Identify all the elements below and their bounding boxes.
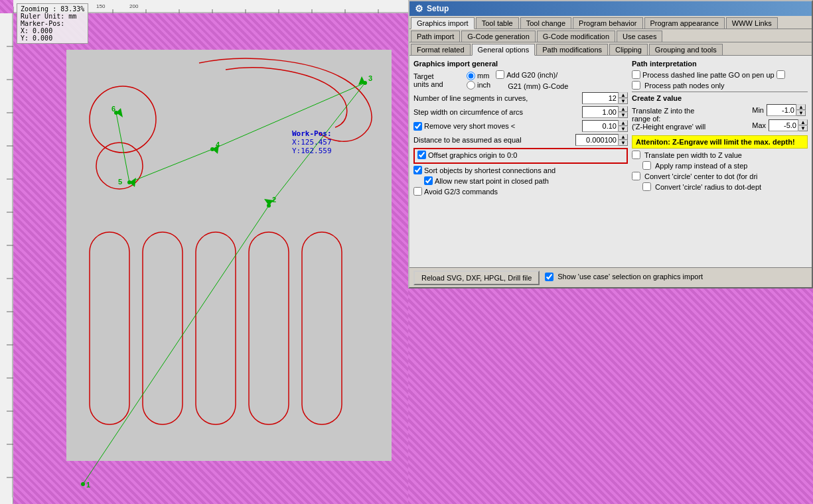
tab-grouping-tools[interactable]: Grouping and tools: [649, 44, 723, 55]
allow-new-start-checkbox-row: Allow new start point in closed path: [424, 176, 628, 185]
show-use-case-row: Show 'use case' selection on graphics im…: [545, 273, 703, 281]
show-use-case-check[interactable]: [545, 273, 554, 281]
translate-z-row: Translate Z into the range of: ('Z-Heigh…: [632, 104, 808, 133]
go-on-pen-up-check[interactable]: [776, 70, 785, 79]
radio-mm[interactable]: [467, 72, 475, 80]
right-panel: Path interpretation Process dashed line …: [632, 60, 808, 271]
tab-graphics-import[interactable]: Graphics import: [411, 17, 475, 29]
line-segments-label: Number of line segments in curves,: [413, 94, 582, 102]
process-dashed-check[interactable]: [632, 70, 640, 79]
avoid-g23-row: Avoid G2/3 commands: [413, 187, 628, 196]
z-min-up[interactable]: ▲: [796, 104, 806, 110]
z-height-engrave: ('Z-Height engrave' will: [632, 123, 752, 131]
tab-tool-table[interactable]: Tool table: [476, 17, 519, 29]
radio-mm-label[interactable]: mm: [467, 72, 490, 80]
avoid-g23-check[interactable]: [413, 187, 422, 196]
z-max-input[interactable]: [769, 119, 798, 131]
step-width-spinner: ▲ ▼: [582, 106, 628, 118]
process-path-nodes-row: Process path nodes only: [632, 81, 808, 90]
tab-clipping[interactable]: Clipping: [609, 44, 648, 55]
svg-text:1: 1: [86, 481, 90, 489]
apply-ramp-check[interactable]: [642, 161, 651, 170]
remove-short-moves-row: Remove very short moves < ▲ ▼: [413, 120, 628, 132]
radio-mm-text: mm: [477, 72, 489, 80]
allow-new-start-check[interactable]: [424, 176, 433, 185]
create-z-title: Create Z value: [632, 94, 808, 102]
apply-ramp-row: Apply ramp instead of a step: [642, 161, 808, 170]
translate-pen-check[interactable]: [632, 151, 640, 159]
convert-circle-radius-label: Convert 'circle' radius to dot-dept: [655, 183, 761, 191]
svg-text:X:125.457: X:125.457: [292, 138, 332, 147]
remove-short-moves-up[interactable]: ▲: [619, 120, 628, 126]
tab-program-behavior[interactable]: Program behavior: [573, 17, 642, 29]
z-min-down[interactable]: ▼: [796, 110, 806, 116]
divider-1: [632, 92, 808, 92]
distance-equal-up[interactable]: ▲: [619, 134, 628, 140]
line-segments-input[interactable]: [582, 92, 619, 104]
tab-gcode-mod[interactable]: G-Code modification: [537, 31, 615, 42]
marker-x: X: 0.000: [21, 27, 84, 34]
allow-new-start-row: Allow new start point in closed path: [424, 176, 628, 185]
sort-objects-check[interactable]: [413, 166, 422, 174]
z-max-down[interactable]: ▼: [798, 125, 808, 131]
process-path-nodes-check[interactable]: [632, 81, 640, 90]
tab-general-options[interactable]: General options: [472, 44, 536, 56]
svg-text:6: 6: [111, 105, 115, 113]
offset-graphics-check[interactable]: [417, 151, 426, 159]
warning-box: Atteniton: Z-Engrave will limit the max.…: [632, 135, 808, 149]
units-radio-group: mm inch: [467, 72, 490, 90]
add-g20-row: Add G20 (inch)/: [496, 70, 568, 79]
reload-button[interactable]: Reload SVG, DXF, HPGL, Drill file: [413, 271, 540, 285]
remove-short-moves-input[interactable]: [582, 120, 619, 132]
svg-text:5: 5: [118, 178, 122, 186]
content-area: Graphics import general Target units and…: [409, 56, 812, 275]
step-width-input[interactable]: [582, 106, 619, 118]
canvas-svg: 1 2 3 4 5 6: [13, 13, 408, 491]
tab-path-import[interactable]: Path import: [411, 31, 460, 42]
remove-short-moves-label: Remove very short moves <: [424, 122, 582, 130]
line-segments-down[interactable]: ▼: [619, 98, 628, 104]
svg-text:Y:162.559: Y:162.559: [292, 147, 332, 155]
add-g20-check[interactable]: [496, 70, 504, 79]
step-width-up[interactable]: ▲: [619, 106, 628, 112]
tab-gcode-gen[interactable]: G-Code generation: [461, 31, 536, 42]
tab-format-related[interactable]: Format related: [411, 44, 471, 55]
z-min-spinner: ▲ ▼: [767, 104, 806, 116]
tab-tool-change[interactable]: Tool change: [520, 17, 571, 29]
translate-z-label: Translate Z into the: [632, 107, 752, 115]
svg-rect-18: [0, 13, 13, 497]
sort-objects-label: Sort objects by shortest connections and: [424, 166, 555, 174]
distance-equal-input[interactable]: [575, 134, 619, 146]
distance-equal-label: Distance to be assumed as equal: [413, 136, 575, 144]
range-of-label: range of:: [632, 115, 752, 123]
tab-use-cases[interactable]: Use cases: [617, 31, 662, 42]
offset-graphics-checkbox-row: Offset graphics origin to 0:0: [417, 151, 624, 159]
svg-text:200: 200: [129, 3, 139, 9]
convert-circle-center-check[interactable]: [632, 172, 640, 180]
step-width-down[interactable]: ▼: [619, 112, 628, 118]
distance-equal-down[interactable]: ▼: [619, 140, 628, 146]
setup-panel: ⚙ Setup Graphics import Tool table Tool …: [408, 0, 813, 288]
target-units-label: Target: [413, 72, 467, 80]
convert-circle-radius-row: Convert 'circle' radius to dot-dept: [642, 182, 808, 191]
z-max-up[interactable]: ▲: [798, 119, 808, 125]
radio-inch[interactable]: [467, 81, 475, 90]
radio-inch-label[interactable]: inch: [467, 81, 490, 90]
ruler-unit-label: Ruler Unit: mm: [21, 13, 84, 20]
remove-short-moves-check[interactable]: [413, 122, 422, 131]
convert-circle-radius-check[interactable]: [642, 182, 651, 191]
line-segments-up[interactable]: ▲: [619, 92, 628, 98]
marker-pos-label: Marker-Pos:: [21, 20, 84, 27]
path-interpretation-title: Path interpretation: [632, 60, 808, 68]
remove-short-moves-down[interactable]: ▼: [619, 126, 628, 132]
distance-equal-spinner: ▲ ▼: [575, 134, 628, 146]
left-panel: Graphics import general Target units and…: [413, 60, 628, 271]
tab-www-links[interactable]: WWW Links: [726, 17, 778, 29]
convert-circle-center-label: Convert 'circle' center to dot (for dri: [644, 172, 757, 180]
allow-new-start-label: Allow new start point in closed path: [435, 177, 549, 185]
z-min-input[interactable]: [767, 104, 796, 116]
info-box: Zooming : 83.33% Ruler Unit: mm Marker-P…: [17, 3, 88, 44]
tab-path-modifications[interactable]: Path modifications: [536, 44, 608, 55]
z-max-row: Max ▲ ▼: [752, 119, 808, 131]
tab-program-appearance[interactable]: Program appearance: [644, 17, 725, 29]
